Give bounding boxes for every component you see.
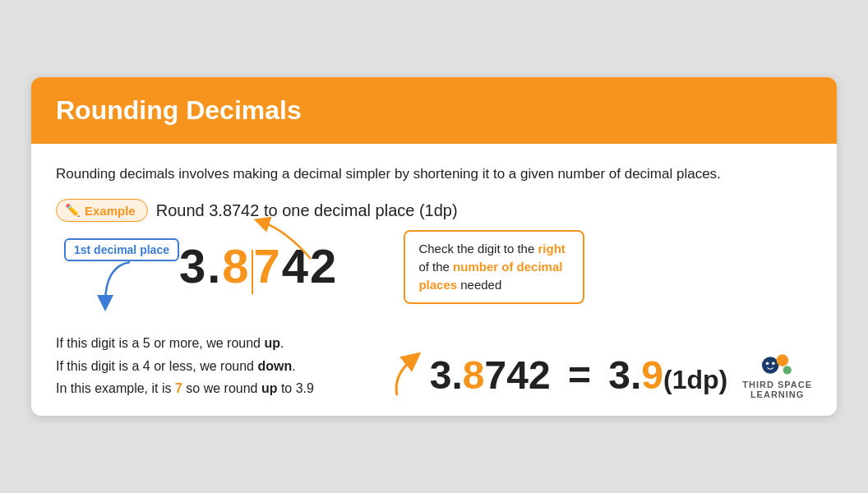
result-742: 7 bbox=[485, 353, 507, 397]
line3: In this example, it is 7 so we round up … bbox=[56, 377, 364, 399]
example-badge: ✏️ Example bbox=[56, 199, 148, 222]
result-39: 3. bbox=[608, 353, 641, 397]
diagram-section: 1st decimal place 3.8742 bbox=[64, 230, 812, 320]
result-9: 9 bbox=[641, 353, 663, 397]
callout-box: Check the digit to the right of the numb… bbox=[404, 230, 584, 303]
line2: If this digit is a 4 or less, we round d… bbox=[56, 355, 364, 377]
result-dp: (1dp) bbox=[663, 365, 727, 394]
result-equals: = bbox=[557, 353, 603, 397]
svg-point-4 bbox=[772, 362, 775, 365]
main-card: Rounding Decimals Rounding decimals invo… bbox=[31, 77, 837, 416]
blue-arrow bbox=[81, 258, 155, 316]
result-42: 42 bbox=[506, 353, 550, 397]
callout-title: Check the digit to the bbox=[418, 242, 538, 256]
logo-area: THIRD SPACE LEARNING bbox=[742, 351, 812, 399]
orange-arrow bbox=[253, 214, 319, 263]
intro-text: Rounding decimals involves making a deci… bbox=[56, 164, 812, 185]
example-row: ✏️ Example Round 3.8742 to one decimal p… bbox=[56, 199, 812, 222]
logo-line2: LEARNING bbox=[750, 389, 804, 399]
right-result: 3.8742 = 3.9(1dp) bbox=[389, 350, 727, 399]
callout-right: right bbox=[538, 242, 565, 256]
result-arrow bbox=[389, 350, 430, 399]
left-text: If this digit is a 5 or more, we round u… bbox=[56, 332, 364, 399]
line1: If this digit is a 5 or more, we round u… bbox=[56, 332, 364, 354]
page-title: Rounding Decimals bbox=[56, 95, 812, 126]
svg-point-1 bbox=[776, 354, 788, 366]
svg-point-3 bbox=[765, 362, 769, 365]
number-part1: 3. bbox=[179, 239, 222, 293]
bottom-section: If this digit is a 5 or more, we round u… bbox=[56, 332, 812, 399]
pencil-icon: ✏️ bbox=[65, 203, 81, 218]
svg-point-0 bbox=[762, 357, 779, 374]
callout-end: needed bbox=[457, 278, 501, 292]
number-8: 8 bbox=[222, 239, 250, 293]
logo-line1: THIRD SPACE bbox=[742, 380, 812, 389]
result-8: 8 bbox=[463, 353, 485, 397]
tsl-logo-graphic bbox=[760, 351, 796, 377]
result-3: 3. bbox=[430, 353, 463, 397]
content-area: Rounding decimals involves making a deci… bbox=[31, 144, 837, 416]
callout-of: of the bbox=[418, 260, 453, 274]
svg-point-2 bbox=[783, 366, 791, 374]
header: Rounding Decimals bbox=[31, 77, 837, 144]
result-number: 3.8742 = 3.9(1dp) bbox=[430, 352, 727, 398]
